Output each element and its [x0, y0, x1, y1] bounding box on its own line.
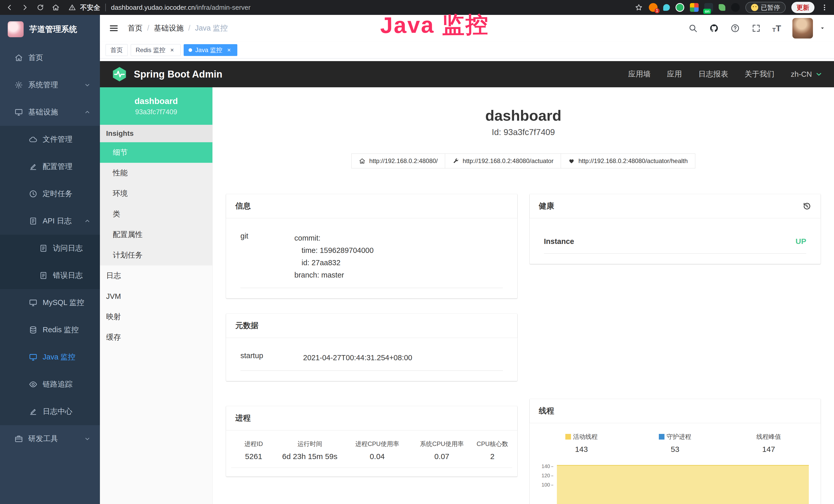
extension-icon-drop[interactable] [663, 4, 670, 11]
health-card-header: 健康 [530, 194, 821, 218]
card-title: 健康 [539, 201, 554, 211]
sba-nav-journal[interactable]: 日志报表 [698, 69, 728, 79]
sba-item-config-props[interactable]: 配置属性 [100, 224, 213, 245]
instance-header[interactable]: dashboard 93a3fc7f7409 [100, 87, 213, 125]
sidebar-item-log-center[interactable]: 日志中心 [0, 398, 100, 425]
bookmark-star-icon[interactable] [634, 3, 643, 12]
tab-redis-monitor[interactable]: Redis 监控 [131, 44, 180, 56]
sba-item-classes[interactable]: 类 [100, 204, 213, 224]
extension-icon-leaf[interactable] [719, 4, 725, 11]
sidebar-item-label: API 日志 [43, 216, 72, 226]
metadata-startup-row: startup 2021-04-27T00:44:31.254+08:00 [240, 344, 503, 371]
history-icon[interactable] [802, 202, 811, 211]
sba-nav-applications[interactable]: 应用 [667, 69, 682, 79]
info-card-body: git commit: time: 1596289704000 id: 27aa… [226, 218, 517, 298]
sba-nav-about[interactable]: 关于我们 [745, 69, 774, 79]
sidebar-item-infrastructure[interactable]: 基础设施 [0, 98, 100, 126]
sidebar-item-file-mgmt[interactable]: 文件管理 [0, 126, 100, 153]
home-icon[interactable] [51, 3, 60, 12]
forward-icon[interactable] [21, 3, 29, 12]
actuator-url-link[interactable]: http://192.168.0.2:48080/actuator [445, 154, 561, 168]
paused-badge[interactable]: 已暂停 [745, 2, 786, 13]
back-icon[interactable] [5, 3, 14, 12]
tab-home[interactable]: 首页 [106, 44, 128, 56]
avatar[interactable] [792, 18, 813, 39]
extension-icon-paw[interactable] [731, 3, 740, 12]
sidebar-item-config-mgmt[interactable]: 配置管理 [0, 153, 100, 180]
legend-peak-threads: 线程峰值 147 [722, 433, 815, 454]
adblock-on-badge: on [703, 9, 711, 14]
service-url-link[interactable]: http://192.168.0.2:48080/ [351, 154, 445, 168]
sidebar-item-redis-monitor[interactable]: Redis 监控 [0, 316, 100, 344]
column-header: 进程CPU使用率 [344, 440, 411, 448]
security-label[interactable]: 不安全 [80, 3, 100, 12]
sidebar-item-scheduled-jobs[interactable]: 定时任务 [0, 180, 100, 207]
sba-item-environment[interactable]: 环境 [100, 183, 213, 204]
language-selector[interactable]: zh-CN [791, 70, 823, 78]
extension-icon-orange[interactable]: 1 [649, 3, 658, 12]
metadata-card-header: 元数据 [226, 314, 517, 338]
language-label: zh-CN [791, 70, 812, 78]
instance-id-line: Id: 93a3fc7f7409 [226, 127, 821, 137]
search-icon[interactable] [688, 23, 698, 33]
home-icon [359, 158, 366, 164]
info-line: time: 1596289704000 [294, 244, 374, 256]
legend-value: 143 [535, 445, 628, 454]
sba-item-logs[interactable]: 日志 [100, 266, 213, 286]
breadcrumb-home[interactable]: 首页 [128, 23, 154, 33]
sidebar-item-access-logs[interactable]: 访问日志 [0, 235, 100, 262]
extension-icon-grid[interactable] [690, 3, 699, 12]
app-logo-row[interactable]: 芋道管理系统 [0, 15, 100, 44]
hamburger-icon[interactable] [109, 23, 119, 33]
sidebar-item-tracing[interactable]: 链路追踪 [0, 371, 100, 398]
url-text[interactable]: dashboard.yudao.iocoder.cn/infra/admin-s… [111, 4, 250, 12]
health-url-link[interactable]: http://192.168.0.2:48080/actuator/health [561, 154, 695, 168]
sidebar-item-error-logs[interactable]: 错误日志 [0, 262, 100, 289]
info-line: commit: [294, 232, 374, 244]
close-icon[interactable] [169, 46, 176, 54]
sidebar-item-home[interactable]: 首页 [0, 44, 100, 71]
link-url: http://192.168.0.2:48080/actuator [463, 157, 553, 165]
sidebar-item-api-logs[interactable]: API 日志 [0, 207, 100, 235]
sba-brand[interactable]: Spring Boot Admin [134, 69, 222, 80]
fullscreen-icon[interactable] [751, 23, 761, 33]
sidebar-item-label: Java 监控 [43, 352, 75, 362]
refresh-icon[interactable] [36, 3, 45, 12]
info-card-header: 信息 [226, 194, 517, 218]
font-size-icon[interactable] [772, 23, 781, 33]
breadcrumb-infrastructure[interactable]: 基础设施 [154, 23, 195, 33]
health-status-badge: UP [795, 237, 806, 246]
sba-item-scheduled-tasks[interactable]: 计划任务 [100, 245, 213, 266]
sba-nav-wallboard[interactable]: 应用墙 [628, 69, 651, 79]
update-button[interactable]: 更新 [791, 2, 814, 13]
sidebar-item-mysql-monitor[interactable]: MySQL 监控 [0, 289, 100, 316]
threads-card-body: 活动线程 143 守护进程 53 [530, 423, 821, 504]
sba-item-caches[interactable]: 缓存 [100, 327, 213, 348]
close-icon[interactable] [225, 46, 233, 54]
toolbox-icon [14, 434, 23, 443]
sba-item-mappings[interactable]: 映射 [100, 306, 213, 327]
caret-down-icon[interactable] [820, 25, 825, 31]
card-title: 元数据 [235, 320, 258, 331]
spring-boot-admin-logo-icon[interactable] [111, 66, 128, 83]
tab-java-monitor[interactable]: Java 监控 [184, 44, 237, 56]
sba-body: dashboard 93a3fc7f7409 Insights 细节 性能 环境… [100, 87, 834, 504]
sidebar-item-dev-tools[interactable]: 研发工具 [0, 425, 100, 452]
address-bar[interactable]: 不安全 dashboard.yudao.iocoder.cn/infra/adm… [68, 3, 250, 12]
extension-icon-adblock[interactable]: on [704, 3, 713, 12]
sidebar-item-java-monitor[interactable]: Java 监控 [0, 344, 100, 371]
sba-item-metrics[interactable]: 性能 [100, 163, 213, 183]
sba-item-details[interactable]: 细节 [100, 142, 213, 163]
sidebar-item-system-mgmt[interactable]: 系统管理 [0, 71, 100, 98]
sidebar-item-label: Redis 监控 [43, 325, 79, 335]
threads-card-header: 线程 [530, 399, 821, 423]
sba-item-jvm[interactable]: JVM [100, 286, 213, 306]
github-icon[interactable] [709, 23, 719, 33]
sba-group-insights[interactable]: Insights [100, 125, 213, 142]
help-icon[interactable] [730, 23, 740, 33]
topbar: 首页 基础设施 Java 监控 [100, 15, 834, 42]
browser-menu-icon[interactable] [820, 3, 829, 12]
metadata-value: 2021-04-27T00:44:31.254+08:00 [303, 351, 412, 364]
legend-swatch-blue [659, 434, 664, 439]
extension-icon-green[interactable] [676, 3, 684, 12]
